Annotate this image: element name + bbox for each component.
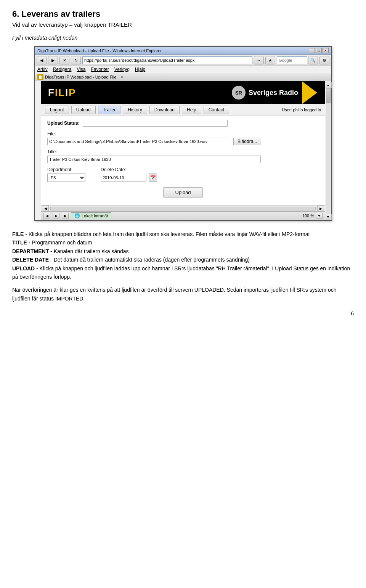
search-go-button[interactable]: → <box>254 56 264 64</box>
refresh-button[interactable]: ↻ <box>71 56 81 64</box>
menu-visa[interactable]: Visa <box>77 67 85 72</box>
scroll-up-button[interactable]: ▲ <box>325 82 332 88</box>
menu-favoriter[interactable]: Favoriter <box>91 67 109 72</box>
help-button[interactable]: Help <box>182 106 201 114</box>
page-number: 6 <box>12 310 354 316</box>
description-para2: När överföringen är klar ges en kvittens… <box>12 286 354 303</box>
file-path-input[interactable] <box>47 138 230 145</box>
tab-close-button[interactable]: ✕ <box>120 75 124 79</box>
calendar-icon[interactable]: 📅 <box>149 174 157 182</box>
sr-logo: SR Sveriges Radio <box>232 86 298 100</box>
description-para1: FILE - Klicka på knappen bläddra och let… <box>12 230 354 281</box>
status-btn-2[interactable]: ▶ <box>53 213 59 219</box>
search-button[interactable]: 🔍 <box>308 56 318 64</box>
zoom-control: 100 % ▼ <box>302 213 323 219</box>
menu-bar: Arkiv Redigera Visa Favoriter Verktyg Hj… <box>35 66 331 73</box>
browser-controls: ─ □ ✕ <box>309 48 329 53</box>
hscroll-right-button[interactable]: ▶ <box>317 206 324 212</box>
trailer-button[interactable]: Trailer <box>98 106 121 114</box>
scroll-right: ▲ ▼ <box>325 81 331 220</box>
browser-window: DigaTrans IP Webupload - Upload File - W… <box>34 46 332 221</box>
menu-verktyg[interactable]: Verktyg <box>114 67 130 72</box>
back-button[interactable]: ◀ <box>37 56 47 64</box>
address-input[interactable] <box>82 56 252 64</box>
zoom-label: 100 % <box>302 214 314 218</box>
scroll-left <box>35 81 41 220</box>
browser-titlebar: DigaTrans IP Webupload - Upload File - W… <box>35 47 331 55</box>
history-button[interactable]: History <box>123 106 147 114</box>
tools-button[interactable]: ⚙ <box>319 56 329 64</box>
upload-status-row: Upload Status: <box>47 120 319 127</box>
title-input[interactable] <box>47 156 261 163</box>
file-group: File: Bläddra... <box>47 131 319 145</box>
browser-content: FILIP SR Sveriges Radio Logout Upload <box>35 81 331 220</box>
file-bold: FILE <box>12 231 24 237</box>
department-label: Department: <box>47 167 85 172</box>
file-row: Bläddra... <box>47 138 319 145</box>
upload-bold: UPLOAD <box>12 265 35 272</box>
status-btn-1[interactable]: ◀ <box>43 213 50 219</box>
form-area: Upload Status: File: Bläddra... Title: <box>41 116 325 205</box>
stop-button[interactable]: ✕ <box>59 56 69 64</box>
tab-label: DigaTrans IP Webupload - Upload File <box>45 75 117 79</box>
upload-submit-button[interactable]: Upload <box>163 187 202 198</box>
status-btn-3[interactable]: ▶ <box>62 213 69 219</box>
department-bold: DEPARTMENT <box>12 248 49 254</box>
hscroll-track[interactable] <box>50 207 316 210</box>
page-title: 6. Leverans av trailers <box>12 9 354 19</box>
fill-label: Fyll i metadata enligt nedan <box>12 35 354 41</box>
menu-redigera[interactable]: Redigera <box>53 67 72 72</box>
filip-logo: FILIP <box>45 85 79 100</box>
upload-button[interactable]: Upload <box>71 106 96 114</box>
page-subtitle: Vid val av leveranstyp – välj knappen TR… <box>12 21 354 28</box>
title-group: Title: <box>47 149 319 163</box>
main-content: FILIP SR Sveriges Radio Logout Upload <box>41 81 325 220</box>
close-button[interactable]: ✕ <box>323 48 329 53</box>
delete-date-input[interactable] <box>101 174 146 182</box>
upload-status-label: Upload Status: <box>47 120 80 126</box>
app-header: FILIP SR Sveriges Radio <box>41 81 325 104</box>
page-wrapper: 6. Leverans av trailers Vid val av lever… <box>0 0 366 326</box>
status-left: ◀ ▶ ▶ 🌐 Lokalt intranät <box>43 212 111 219</box>
title-label: Title: <box>47 149 319 154</box>
favorites-button[interactable]: ★ <box>265 56 275 64</box>
menu-arkiv[interactable]: Arkiv <box>37 67 48 72</box>
intranet-label: Lokalt intranät <box>82 214 108 218</box>
menu-hjalp[interactable]: Hjälp <box>135 67 145 72</box>
contact-button[interactable]: Contact <box>204 106 229 114</box>
two-col-row: Department: P3 Delete Date: 📅 <box>47 167 319 182</box>
intranet-badge: 🌐 Lokalt intranät <box>71 212 111 219</box>
description-section: FILE - Klicka på knappen bläddra och let… <box>12 230 354 303</box>
search-input[interactable] <box>277 56 307 64</box>
tab-bar: 📄 DigaTrans IP Webupload - Upload File ✕ <box>35 73 331 81</box>
browser-toolbar: ◀ ▶ ✕ ↻ → ★ 🔍 ⚙ <box>35 55 331 66</box>
title-bold: TITLE <box>12 239 27 246</box>
status-bar: ◀ ▶ ▶ 🌐 Lokalt intranät 100 % ▼ <box>41 211 325 220</box>
forward-button[interactable]: ▶ <box>48 56 58 64</box>
file-label: File: <box>47 131 319 137</box>
browser-title: DigaTrans IP Webupload - Upload File - W… <box>37 48 162 53</box>
sr-name: Sveriges Radio <box>249 89 298 97</box>
zoom-dropdown-button[interactable]: ▼ <box>316 213 323 219</box>
tab-icon: 📄 <box>37 74 43 80</box>
upload-btn-row: Upload <box>47 187 319 198</box>
sr-logo-area: SR Sveriges Radio <box>87 81 321 104</box>
yellow-arrow-icon <box>302 81 317 104</box>
hscroll-left-button[interactable]: ◀ <box>42 206 49 212</box>
sr-circle: SR <box>232 86 246 100</box>
horizontal-scrollbar[interactable]: ◀ ▶ <box>41 205 325 211</box>
scrollbar-thumb[interactable] <box>326 88 331 103</box>
logout-button[interactable]: Logout <box>45 106 69 114</box>
maximize-button[interactable]: □ <box>316 48 322 53</box>
department-select[interactable]: P3 <box>47 174 85 182</box>
address-bar-container <box>82 56 252 64</box>
minimize-button[interactable]: ─ <box>309 48 315 53</box>
browse-button[interactable]: Bläddra... <box>233 138 261 145</box>
scroll-down-button[interactable]: ▼ <box>325 214 332 220</box>
download-button[interactable]: Download <box>149 106 180 114</box>
nav-bar: Logout Upload Trailer History Download H… <box>41 104 325 116</box>
user-info: User: philip logged in <box>282 108 321 112</box>
delete-date-group: Delete Date: 📅 <box>101 167 157 182</box>
scrollbar-track[interactable] <box>326 88 331 214</box>
filip-logo-text: FILIP <box>48 87 76 98</box>
